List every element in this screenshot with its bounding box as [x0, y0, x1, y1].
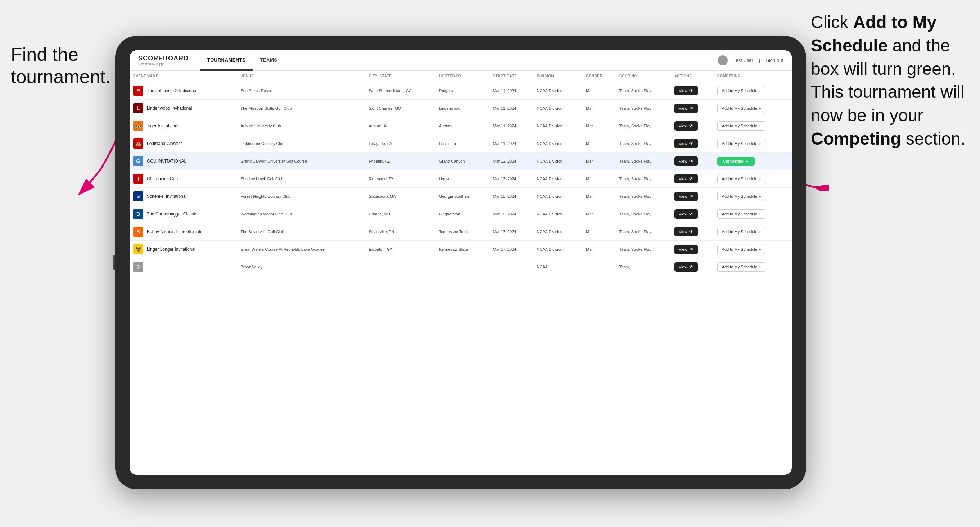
plus-icon: +	[759, 177, 761, 181]
start-date-text: Mar 16, 2024	[493, 212, 517, 216]
division-text: NCAA Division I	[537, 212, 565, 216]
add-to-schedule-button[interactable]: Add to My Schedule +	[717, 210, 766, 219]
start-date-text: Mar 11, 2024	[493, 106, 517, 110]
view-label: View	[679, 194, 687, 198]
view-button[interactable]: View 👁	[675, 86, 698, 95]
tab-teams[interactable]: TEAMS	[253, 50, 284, 70]
event-name-text: Bobby Nichols Intercollegiate	[147, 229, 203, 234]
tab-tournaments[interactable]: TOURNAMENTS	[200, 50, 253, 70]
header-right: Test User | Sign out	[718, 56, 783, 65]
eye-icon: 👁	[689, 247, 694, 252]
scoreboard-logo: SCOREBOARD Powered by clippd	[138, 55, 189, 66]
hosted-by-text: Binghamton	[439, 212, 460, 216]
plus-icon: +	[759, 230, 761, 234]
city-state-text: Saint Simons Island, GA	[369, 89, 411, 93]
plus-icon: +	[759, 265, 761, 269]
plus-icon: +	[759, 141, 761, 146]
venue-text: Great Waters Course At Reynolds Lake Oco…	[240, 247, 325, 251]
gender-text: Men	[586, 106, 593, 110]
add-to-schedule-button[interactable]: Add to My Schedule +	[717, 262, 766, 271]
event-name-cell: ✝ Champions Cup	[133, 174, 233, 184]
add-to-schedule-button[interactable]: Add to My Schedule +	[717, 139, 766, 148]
col-competing: COMPETING	[714, 70, 792, 82]
venue-text: The Missouri Bluffs Golf Club	[240, 106, 291, 110]
add-to-schedule-button[interactable]: Add to My Schedule +	[717, 86, 766, 95]
add-to-schedule-label: Add to My Schedule	[722, 89, 757, 93]
gender-text: Men	[586, 194, 593, 198]
start-date-text: Mar 11, 2024	[493, 89, 517, 93]
start-date-text: Mar 11, 2024	[493, 141, 517, 146]
hosted-by-text: Tennessee Tech	[439, 230, 468, 234]
view-button[interactable]: View 👁	[675, 174, 698, 183]
event-name-cell: ?	[133, 262, 233, 272]
view-button[interactable]: View 👁	[675, 121, 698, 130]
hosted-by-text: Kennesaw State	[439, 247, 468, 251]
scoring-text: Team, Stroke Play	[619, 89, 651, 93]
add-to-schedule-button[interactable]: Add to My Schedule +	[717, 244, 766, 254]
scoring-text: Team, Stroke Play	[619, 159, 651, 163]
team-logo: 🦅	[133, 244, 143, 254]
col-gender: GENDER	[582, 70, 616, 82]
app-header: SCOREBOARD Powered by clippd TOURNAMENTS…	[130, 50, 792, 70]
view-button[interactable]: View 👁	[675, 227, 698, 237]
scoring-text: Team, Stroke Play	[619, 141, 651, 146]
view-button[interactable]: View 👁	[675, 139, 698, 148]
add-to-schedule-button[interactable]: Add to My Schedule +	[717, 121, 766, 130]
view-button[interactable]: View 👁	[675, 262, 698, 271]
sign-out-link[interactable]: Sign out	[766, 57, 783, 63]
venue-text: Oakbourne Country Club	[240, 141, 284, 146]
gender-text: Men	[586, 247, 593, 251]
view-button[interactable]: View 👁	[675, 210, 698, 219]
separator: |	[759, 57, 760, 63]
annotation-left: Find the tournament.	[11, 43, 111, 88]
view-label: View	[679, 89, 687, 93]
logo-sub-text: Powered by clippd	[138, 62, 189, 66]
division-text: NCAA Division I	[537, 106, 565, 110]
view-label: View	[679, 177, 687, 181]
view-button[interactable]: View 👁	[675, 103, 698, 113]
table-row: B The Carpetbagger Classic Worthington M…	[130, 205, 792, 223]
event-name-text: The Johnnie - O Individual	[147, 88, 197, 93]
competing-button[interactable]: Competing ✓	[717, 157, 755, 166]
view-label: View	[679, 247, 687, 251]
view-button[interactable]: View 👁	[675, 244, 698, 254]
add-to-schedule-button[interactable]: Add to My Schedule +	[717, 103, 766, 113]
col-venue: VENUE	[237, 70, 365, 82]
add-to-schedule-button[interactable]: Add to My Schedule +	[717, 192, 766, 201]
city-state-text: Eatonton, GA	[369, 247, 392, 251]
view-button[interactable]: View 👁	[675, 192, 698, 201]
event-name-cell: B The Carpetbagger Classic	[133, 209, 233, 219]
start-date-text: Mar 17, 2024	[493, 230, 517, 234]
col-actions: ACTIONS	[671, 70, 714, 82]
table-row: L Lindenwood Invitational The Missouri B…	[130, 100, 792, 117]
gender-text: Men	[586, 159, 593, 163]
division-text: NCAA Division I	[537, 194, 565, 198]
team-logo: L	[133, 103, 143, 113]
start-date-text: Mar 17, 2024	[493, 247, 517, 251]
user-name: Test User	[733, 57, 753, 63]
view-button[interactable]: View 👁	[675, 157, 698, 166]
scoring-text: Team, Stroke Play	[619, 247, 651, 251]
plus-icon: +	[759, 247, 761, 251]
hosted-by-text: Auburn	[439, 124, 452, 128]
add-to-schedule-label: Add to My Schedule	[722, 177, 757, 181]
venue-text: Forest Heights Country Club	[240, 194, 290, 198]
gender-text: Men	[586, 124, 593, 128]
add-to-schedule-label: Add to My Schedule	[722, 124, 757, 128]
table-row: ✝ Champions Cup Shadow Hawk Golf ClubRic…	[130, 170, 792, 188]
team-logo: ?	[133, 262, 143, 272]
annotation-right-prefix: Click	[811, 13, 853, 32]
city-state-text: Lafayette, LA	[369, 141, 392, 146]
hosted-by-text: Houston	[439, 177, 454, 181]
scoring-text: Team, Stroke Play	[619, 106, 651, 110]
add-to-schedule-button[interactable]: Add to My Schedule +	[717, 174, 766, 183]
annotation-left-text: Find the tournament.	[11, 44, 111, 87]
add-to-schedule-button[interactable]: Add to My Schedule +	[717, 227, 766, 237]
division-text: NCAA Division I	[537, 159, 565, 163]
logo-main-text: SCOREBOARD	[138, 55, 189, 62]
tablet-side-button	[113, 256, 115, 270]
event-name-text: GCU INVITATIONAL	[147, 159, 186, 163]
scoring-text: Team,	[619, 265, 630, 269]
event-name-text: Schenkel Invitational	[147, 194, 186, 199]
venue-text: Shadow Hawk Golf Club	[240, 177, 283, 181]
